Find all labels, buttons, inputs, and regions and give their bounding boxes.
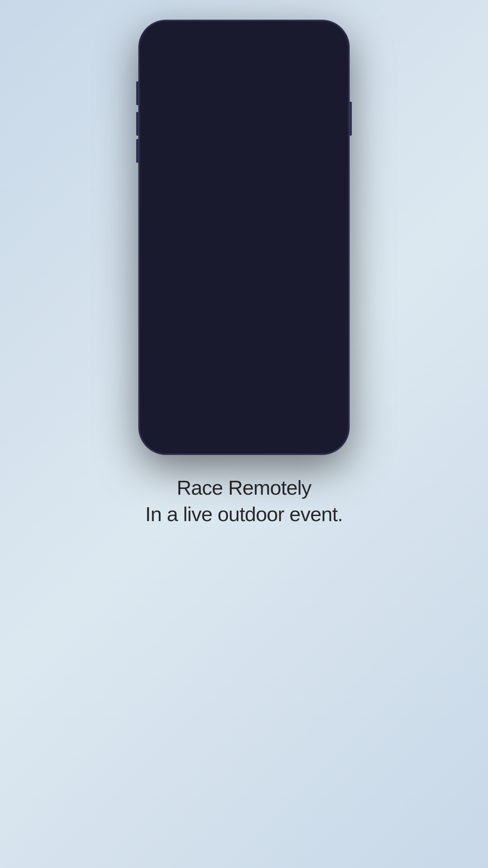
bell-icon: [319, 426, 328, 438]
map-sidebar: [318, 33, 337, 93]
home-button[interactable]: [318, 54, 337, 73]
svg-point-16: [270, 290, 291, 307]
bottom-navigation: Tracker Map: [145, 422, 343, 448]
home-icon: [323, 59, 331, 67]
svg-rect-19: [323, 42, 331, 43]
chevron-right-icon: ›: [206, 41, 208, 48]
leaders-label: Leaders: [235, 439, 253, 445]
svg-rect-20: [323, 45, 331, 46]
nav-tracker[interactable]: Tracker: [145, 426, 185, 445]
phone-screen: Milford Takapuna Belmont Glendo ewton Re…: [145, 26, 343, 448]
nav-map[interactable]: Map: [185, 426, 224, 445]
nav-messages[interactable]: Messages: [303, 426, 343, 445]
svg-point-32: [322, 434, 324, 435]
tracker-label: Tracker: [156, 439, 173, 445]
phone-wrapper: Milford Takapuna Belmont Glendo ewton Re…: [139, 20, 349, 454]
info-icon: i: [279, 426, 288, 438]
menu-button[interactable]: [318, 33, 337, 52]
avatar-kr[interactable]: KR: [194, 140, 218, 164]
signal-icon: 📡: [198, 130, 209, 141]
participants-button[interactable]: Participants ›: [152, 36, 217, 53]
tagline-line1: Race Remotely: [145, 475, 343, 501]
hamburger-icon: [323, 40, 331, 46]
recenter-button[interactable]: [318, 74, 337, 93]
tagline: Race Remotely In a live outdoor event.: [145, 475, 343, 528]
tracker-icon: [160, 426, 169, 438]
map-background: [145, 26, 343, 422]
map-area: Milford Takapuna Belmont Glendo ewton Re…: [145, 26, 343, 422]
svg-point-29: [242, 427, 246, 430]
info-label: Info: [279, 439, 288, 445]
svg-point-26: [165, 426, 167, 428]
tagline-line2: In a live outdoor event.: [145, 501, 343, 528]
nav-leaders[interactable]: Leaders: [224, 426, 264, 445]
crosshair-icon: [323, 79, 332, 88]
nav-info[interactable]: i Info: [264, 426, 303, 445]
svg-rect-18: [323, 40, 331, 41]
svg-point-17: [182, 317, 216, 341]
map-label-nav: Map: [199, 439, 209, 445]
kr-badge: KR: [196, 158, 203, 162]
messages-label: Messages: [311, 439, 334, 445]
participants-label: Participants: [160, 40, 203, 49]
svg-point-21: [326, 82, 329, 85]
participant-cluster: 📡 KR: [194, 140, 235, 164]
leaders-icon: [239, 426, 249, 438]
svg-point-15: [226, 302, 253, 322]
svg-text:i: i: [283, 428, 284, 434]
map-pin-icon: [200, 426, 209, 438]
